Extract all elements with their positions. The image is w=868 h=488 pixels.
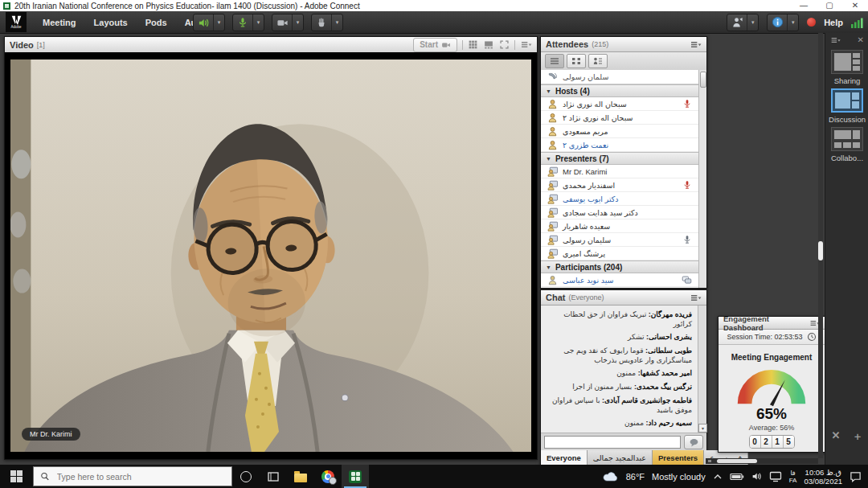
attendee-row[interactable]: پرشنگ امیری <box>541 247 706 260</box>
minimize-button[interactable]: — <box>791 0 817 11</box>
menu-layouts[interactable]: Layouts <box>87 14 135 31</box>
divider <box>462 40 463 50</box>
attendee-list-view-button[interactable] <box>545 54 564 68</box>
fullscreen-icon[interactable] <box>499 39 510 50</box>
session-clock-icon[interactable] <box>807 332 817 342</box>
attendee-row[interactable]: سعیده شاهریار <box>541 219 706 233</box>
chat-tab-everyone[interactable]: Everyone <box>541 450 588 465</box>
chrome-button[interactable] <box>314 465 342 488</box>
chat-pod-menu-icon[interactable] <box>690 293 702 302</box>
attendees-scrollbar[interactable] <box>698 70 706 288</box>
info-dropdown[interactable]: ▾ <box>787 14 798 31</box>
search-input[interactable] <box>55 471 225 482</box>
chat-scrollbar[interactable]: ▾ <box>698 306 706 433</box>
weather-icon[interactable] <box>603 471 619 482</box>
close-button[interactable]: ✕ <box>842 0 868 11</box>
attendee-row[interactable]: دکتر سید هدایت سجادی <box>541 206 706 219</box>
attendee-row[interactable]: دکتر ایوب یوسفی <box>541 192 706 206</box>
attendees-scrollbar-thumb[interactable] <box>700 72 706 88</box>
battery-icon[interactable] <box>730 473 744 481</box>
presenter-icon <box>547 180 558 191</box>
attendee-row[interactable]: Mr Dr. Karimi <box>541 165 706 178</box>
grid-view-icon[interactable] <box>468 39 478 50</box>
add-layout-icon[interactable]: ＋ <box>852 429 862 444</box>
chat-input[interactable] <box>544 436 681 449</box>
volume-icon[interactable] <box>751 471 762 482</box>
clock-date: 03/08/2021 <box>804 477 842 486</box>
attendee-row[interactable]: سبحان اله نوری نژاد ۲ <box>541 111 706 125</box>
attendee-row[interactable]: سبحان اله نوری نژاد <box>541 97 706 111</box>
attendee-row[interactable]: مریم مسعودی <box>541 125 706 138</box>
action-center-icon[interactable] <box>850 470 862 482</box>
raise-hand-dropdown[interactable]: ▾ <box>331 14 342 31</box>
weather-temp[interactable]: 86°F <box>626 472 645 482</box>
attendee-row[interactable]: سلیمان رسولی <box>541 233 706 247</box>
speaker-dropdown[interactable]: ▾ <box>213 14 224 31</box>
speaker-portrait <box>10 59 531 452</box>
taskbar-search[interactable] <box>33 466 232 486</box>
webcam-button[interactable]: ▾ <box>272 14 304 31</box>
attendee-row[interactable]: اسفندیار محمدی <box>541 178 706 192</box>
help-link[interactable]: Help <box>824 18 843 27</box>
delete-layout-icon[interactable]: ✕ <box>832 429 841 444</box>
attendees-pod-menu-icon[interactable] <box>690 40 702 49</box>
video-pod-menu-icon[interactable] <box>520 40 532 49</box>
language-indicator[interactable]: فا FA <box>789 470 797 484</box>
participants-section-header[interactable]: ▼ Participants (204) <box>541 260 706 273</box>
filmstrip-view-icon[interactable] <box>483 39 494 50</box>
speaker-button[interactable]: ▾ <box>193 14 225 31</box>
info-button[interactable]: ▾ <box>767 14 799 31</box>
attendee-row[interactable]: user 10 <box>541 287 706 288</box>
chat-send-button[interactable] <box>684 435 703 449</box>
network-display-icon[interactable] <box>769 471 782 482</box>
connection-signal-icon[interactable] <box>851 17 863 28</box>
layout-collaboration-label[interactable]: Collabo... <box>825 154 868 162</box>
chat-tab-presenters[interactable]: Presenters <box>653 450 704 465</box>
layout-bar-menu-icon[interactable] <box>830 36 841 44</box>
start-webcam-button[interactable]: Start <box>413 38 457 52</box>
menu-pods[interactable]: Pods <box>138 14 174 31</box>
attendee-name: دکتر ایوب یوسفی <box>563 195 619 203</box>
tray-chevron-icon[interactable] <box>713 474 723 480</box>
chat-tab-private-1[interactable]: عبدالمجید جمالی <box>588 450 653 465</box>
presenter-status-button[interactable]: ▾ <box>727 14 759 31</box>
layout-discussion-thumbnail[interactable] <box>831 88 863 113</box>
layout-discussion-label[interactable]: Discussion <box>825 115 868 124</box>
chat-sender: امیر محمد کشفها <box>638 369 692 377</box>
layout-bar-close-icon[interactable]: ✕ <box>858 35 864 44</box>
cortana-button[interactable] <box>232 465 260 488</box>
adobe-connect-taskbar-button[interactable] <box>342 465 369 488</box>
app-menus: Meeting Layouts Pods Audio <box>35 11 217 33</box>
adobe-connect-icon <box>349 470 362 483</box>
phone-attendee-row[interactable]: سلمان رسولی <box>541 70 706 84</box>
menu-meeting[interactable]: Meeting <box>35 14 84 31</box>
start-button[interactable] <box>0 465 32 488</box>
webcam-dropdown[interactable]: ▾ <box>292 14 303 31</box>
cortana-icon <box>240 471 252 482</box>
chat-scroll-down-icon[interactable]: ▾ <box>698 424 707 433</box>
presenter-status-dropdown[interactable]: ▾ <box>747 14 758 31</box>
layout-sharing-thumbnail[interactable] <box>831 50 863 74</box>
main-vertical-scrollbar-thumb[interactable] <box>818 241 823 260</box>
chat-message: طوبی سلطانی قوما رایوف که نقد ویم جی مین… <box>546 347 692 365</box>
hosts-section-header[interactable]: ▼ Hosts (4) <box>541 84 706 97</box>
taskbar-clock[interactable]: 10:06 ق.ظ 03/08/2021 <box>804 468 842 486</box>
attendee-status-view-button[interactable] <box>588 54 608 68</box>
layout-sharing-label[interactable]: Sharing <box>825 76 868 85</box>
attendee-row[interactable]: نعمت طزری ۲ <box>541 138 706 152</box>
layout-collaboration-thumbnail[interactable] <box>831 127 863 151</box>
microphone-button[interactable]: ▾ <box>232 14 264 31</box>
weather-condition[interactable]: Mostly cloudy <box>652 472 706 482</box>
main-horizontal-scrollbar-thumb[interactable] <box>717 459 757 463</box>
file-explorer-button[interactable] <box>287 465 314 488</box>
presenters-section-header[interactable]: ▼ Presenters (7) <box>541 152 706 165</box>
participant-icon <box>547 275 558 285</box>
presenter-status-icon <box>727 16 747 28</box>
raise-hand-button[interactable]: ▾ <box>311 14 343 31</box>
presenter-icon <box>547 207 558 218</box>
maximize-button[interactable]: ▢ <box>817 0 842 11</box>
attendee-row[interactable]: سید نوید عباسی <box>541 273 706 287</box>
microphone-dropdown[interactable]: ▾ <box>252 14 264 31</box>
breakout-view-button[interactable] <box>567 54 586 68</box>
task-view-button[interactable] <box>260 465 287 488</box>
